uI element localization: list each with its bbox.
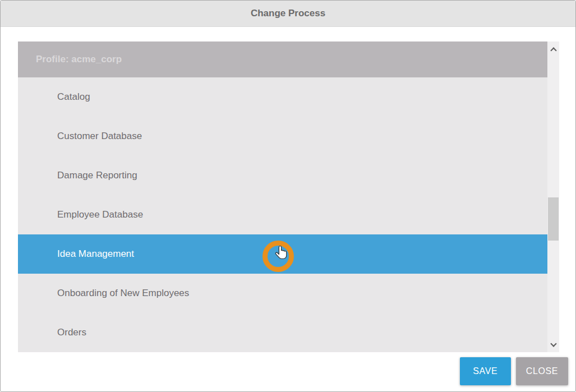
dialog-title: Change Process [251, 8, 325, 19]
scrollbar-down-button[interactable] [547, 338, 559, 351]
list-item-label: Customer Database [57, 131, 142, 142]
list-item[interactable]: Onboarding of New Employees [18, 274, 559, 313]
list-item-label: Onboarding of New Employees [57, 288, 189, 299]
vertical-scrollbar[interactable] [547, 41, 559, 352]
chevron-down-icon [550, 340, 556, 347]
list-item-label: Damage Reporting [57, 170, 137, 181]
change-process-dialog: Change Process Profile: acme_corp Catalo… [0, 0, 576, 392]
list-item[interactable]: Orders [18, 313, 559, 352]
dialog-footer: SAVE CLOSE [460, 357, 568, 385]
process-list-container: Profile: acme_corp CatalogCustomer Datab… [18, 41, 559, 352]
profile-header-label: Profile: acme_corp [36, 54, 122, 65]
list-item-label: Orders [57, 327, 86, 338]
list-item[interactable]: Customer Database [18, 117, 559, 156]
list-item-label: Idea Management [57, 248, 134, 260]
scrollbar-thumb[interactable] [548, 197, 559, 241]
dialog-titlebar: Change Process [1, 1, 575, 27]
profile-header-row: Profile: acme_corp [18, 41, 559, 77]
chevron-up-icon [550, 47, 556, 53]
list-item[interactable]: Employee Database [18, 195, 559, 234]
list-item[interactable]: Damage Reporting [18, 156, 559, 195]
hand-cursor-icon [274, 245, 288, 262]
list-item-label: Employee Database [57, 209, 143, 220]
list-item[interactable]: Catalog [18, 77, 559, 117]
save-button[interactable]: SAVE [460, 357, 511, 385]
scrollbar-up-button[interactable] [547, 43, 559, 56]
process-list: Profile: acme_corp CatalogCustomer Datab… [18, 41, 559, 352]
close-button[interactable]: CLOSE [516, 357, 568, 385]
list-item-label: Catalog [57, 91, 90, 103]
